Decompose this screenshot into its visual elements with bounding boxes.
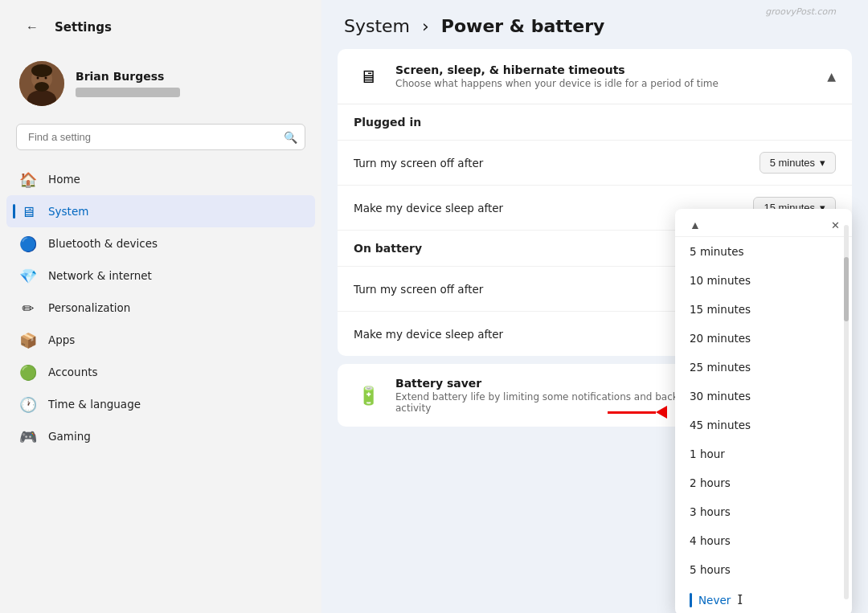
user-profile: Brian Burgess — [0, 50, 321, 117]
dropdown-option-2hours-label: 2 hours — [690, 476, 731, 489]
back-button[interactable]: ← — [19, 14, 45, 40]
dropdown-option-5min[interactable]: 5 minutes — [675, 237, 852, 266]
sidebar-item-gaming-label: Gaming — [48, 430, 91, 443]
sidebar-item-time[interactable]: 🕐 Time & language — [6, 388, 315, 420]
plugged-in-header-row: Plugged in — [338, 104, 852, 141]
avatar — [19, 61, 64, 106]
plugged-in-label: Plugged in — [354, 116, 421, 129]
dropdown-option-25min-label: 25 minutes — [690, 361, 751, 374]
back-icon: ← — [26, 20, 39, 35]
cursor-icon: 𝖨 — [737, 592, 743, 607]
dropdown-option-15min-label: 15 minutes — [690, 303, 751, 316]
user-email-blur — [76, 88, 180, 97]
popup-up-button[interactable]: ▲ — [683, 215, 707, 235]
breadcrumb-separator: › — [422, 16, 429, 36]
sidebar-item-home[interactable]: 🏠 Home — [6, 163, 315, 195]
dropdown-option-20min-label: 20 minutes — [690, 332, 751, 345]
dropdown-option-30min[interactable]: 30 minutes — [675, 382, 852, 411]
screen-sleep-icon: 🖥 — [354, 62, 383, 91]
arrow-head — [656, 406, 667, 419]
red-arrow-annotation — [608, 406, 667, 419]
on-battery-sleep-label: Make my device sleep after — [354, 328, 503, 341]
svg-point-6 — [45, 77, 47, 80]
svg-point-4 — [35, 82, 49, 92]
dropdown-option-25min[interactable]: 25 minutes — [675, 353, 852, 382]
dropdown-option-4hours-label: 4 hours — [690, 534, 731, 547]
dropdown-option-30min-label: 30 minutes — [690, 390, 751, 403]
sleep-section-text: Screen, sleep, & hibernate timeouts Choo… — [395, 63, 719, 89]
dropdown-popup: ▲ ✕ 5 minutes 10 minutes 15 minutes 20 m… — [675, 209, 852, 613]
dropdown-option-3hours[interactable]: 3 hours — [675, 497, 852, 526]
breadcrumb-page: Power & battery — [441, 16, 605, 36]
dropdown-option-2hours[interactable]: 2 hours — [675, 468, 852, 497]
sidebar-item-personalization-label: Personalization — [48, 301, 130, 314]
sidebar-item-bluetooth[interactable]: 🔵 Bluetooth & devices — [6, 227, 315, 260]
sidebar-item-apps[interactable]: 📦 Apps — [6, 324, 315, 356]
dropdown-option-5hours[interactable]: 5 hours — [675, 555, 852, 584]
plugged-in-screen-off-dropdown[interactable]: 5 minutes ▾ — [760, 152, 836, 174]
dropdown-option-5min-label: 5 minutes — [690, 245, 744, 258]
arrow-line — [608, 411, 656, 414]
sidebar-item-system-label: System — [48, 205, 88, 218]
sidebar-item-personalization[interactable]: ✏️ Personalization — [6, 292, 315, 324]
sidebar-item-system[interactable]: 🖥 System — [6, 195, 315, 227]
battery-icon: 🔋 — [354, 381, 383, 410]
network-icon: 💎 — [19, 267, 37, 284]
sleep-section-desc: Choose what happens when your device is … — [395, 78, 719, 89]
sidebar-item-home-label: Home — [48, 173, 80, 186]
sidebar-item-bluetooth-label: Bluetooth & devices — [48, 237, 158, 250]
accounts-icon: 🟢 — [19, 363, 37, 381]
sidebar-item-network-label: Network & internet — [48, 269, 152, 282]
sidebar-item-network[interactable]: 💎 Network & internet — [6, 260, 315, 292]
plugged-in-screen-off-row: Turn my screen off after 5 minutes ▾ — [338, 141, 852, 186]
nav-list: 🏠 Home 🖥 System 🔵 Bluetooth & devices 💎 … — [0, 160, 321, 613]
on-battery-screen-off-label: Turn my screen off after — [354, 283, 483, 296]
active-indicator — [13, 204, 15, 219]
sleep-section-title: Screen, sleep, & hibernate timeouts — [395, 63, 719, 76]
sidebar: ← Settings — [0, 0, 321, 613]
user-name: Brian Burgess — [76, 70, 180, 83]
dropdown-option-45min[interactable]: 45 minutes — [675, 411, 852, 439]
sleep-section-chevron[interactable]: ▲ — [827, 70, 836, 83]
sidebar-item-accounts-label: Accounts — [48, 366, 98, 378]
user-info: Brian Burgess — [76, 70, 180, 97]
plugged-in-screen-off-value: 5 minutes — [770, 157, 815, 169]
selected-indicator — [690, 593, 692, 607]
dropdown-option-never-label: Never — [698, 594, 731, 607]
apps-icon: 📦 — [19, 331, 37, 349]
home-icon: 🏠 — [19, 170, 37, 188]
gaming-icon: 🎮 — [19, 427, 37, 445]
scrollbar-thumb[interactable] — [844, 257, 849, 321]
dropdown-option-1hour-label: 1 hour — [690, 447, 725, 460]
search-input[interactable] — [16, 124, 305, 150]
breadcrumb-system: System — [344, 16, 410, 36]
popup-header-row: ▲ ✕ — [683, 215, 844, 235]
dropdown-option-3hours-label: 3 hours — [690, 505, 731, 518]
dropdown-option-10min[interactable]: 10 minutes — [675, 266, 852, 295]
dropdown-option-never[interactable]: Never 𝖨 — [675, 584, 852, 613]
dropdown-option-15min[interactable]: 15 minutes — [675, 295, 852, 324]
search-icon: 🔍 — [284, 131, 297, 144]
popup-close-button[interactable]: ✕ — [826, 216, 844, 234]
popup-header: ▲ ✕ — [675, 209, 852, 237]
bluetooth-icon: 🔵 — [19, 235, 37, 252]
dropdown-option-1hour[interactable]: 1 hour — [675, 439, 852, 468]
plugged-in-sleep-label: Make my device sleep after — [354, 202, 503, 215]
app-window: ← Settings — [0, 0, 868, 613]
dropdown-option-10min-label: 10 minutes — [690, 274, 751, 287]
sidebar-item-accounts[interactable]: 🟢 Accounts — [6, 356, 315, 388]
dropdown-option-4hours[interactable]: 4 hours — [675, 526, 852, 555]
sidebar-item-gaming[interactable]: 🎮 Gaming — [6, 420, 315, 452]
sidebar-item-apps-label: Apps — [48, 333, 75, 346]
search-box: 🔍 — [16, 124, 305, 150]
dropdown-option-20min[interactable]: 20 minutes — [675, 324, 852, 353]
scrollbar-track[interactable] — [844, 225, 849, 599]
on-battery-label: On battery — [354, 242, 422, 255]
svg-point-5 — [37, 77, 39, 80]
svg-point-3 — [31, 64, 52, 77]
system-icon: 🖥 — [19, 202, 37, 220]
sidebar-header: ← Settings — [0, 0, 321, 50]
plugged-in-screen-off-label: Turn my screen off after — [354, 157, 483, 170]
chevron-down-icon: ▾ — [820, 157, 825, 169]
time-icon: 🕐 — [19, 395, 37, 413]
